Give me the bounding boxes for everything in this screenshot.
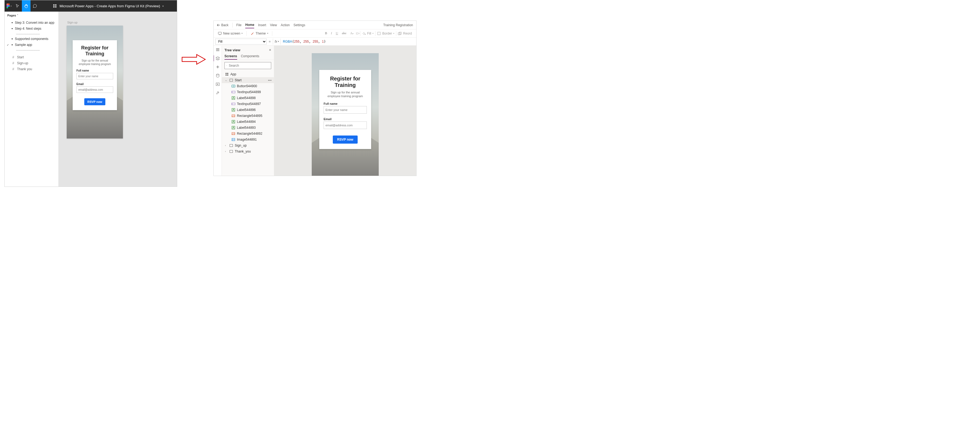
frame-thankyou[interactable]: #Thank you <box>5 66 58 72</box>
hand-tool-button[interactable] <box>22 0 30 12</box>
strike-button[interactable]: abc <box>340 31 348 36</box>
svg-point-10 <box>216 74 219 75</box>
pages-label: Pages <box>7 14 16 17</box>
app-name-label: Training Registration <box>383 23 413 27</box>
chevron-down-icon[interactable]: ▾ <box>162 5 164 8</box>
page-step3[interactable]: Step 3: Convert into an app <box>5 20 58 25</box>
new-screen-label: New screen <box>223 32 240 35</box>
left-rail <box>214 46 222 176</box>
start-screen[interactable]: Register forTraining Sign up for the ann… <box>312 53 379 176</box>
email-input[interactable] <box>76 86 113 93</box>
chevron-right-icon[interactable]: › <box>225 144 228 147</box>
chevron-right-icon[interactable]: › <box>225 150 228 153</box>
formula-expression[interactable]: RGBA(255, 255, 255, 1) <box>281 40 326 43</box>
email-input[interactable] <box>324 121 367 129</box>
svg-rect-13 <box>226 73 227 74</box>
frame-signup[interactable]: #Sign-up <box>5 60 58 66</box>
tree-node-control[interactable]: TextInput544897 <box>222 101 274 107</box>
comment-tool-button[interactable] <box>30 0 39 12</box>
tab-file[interactable]: File <box>236 22 242 28</box>
theme-icon <box>250 32 254 35</box>
tab-insert[interactable]: Insert <box>258 22 266 28</box>
back-button[interactable]: Back <box>217 23 229 27</box>
page-sample-app[interactable]: Sample app <box>5 42 58 48</box>
tab-components[interactable]: Components <box>241 53 259 60</box>
svg-rect-17 <box>230 79 233 81</box>
tree-node-control[interactable]: Label544893 <box>222 125 274 131</box>
tree-node-signup[interactable]: › Sign_up <box>222 143 274 148</box>
tree-node-control[interactable]: TextInput544899 <box>222 89 274 95</box>
tree-node-control[interactable]: Label544894 <box>222 119 274 125</box>
frame-start[interactable]: #Start <box>5 54 58 60</box>
figma-toolbar: ▾ Microsoft Power Apps - Create Apps fro… <box>5 0 177 12</box>
property-selector[interactable]: Fill <box>215 39 267 44</box>
tree-node-control[interactable]: Image544891 <box>222 137 274 143</box>
media-button[interactable] <box>215 82 220 87</box>
move-tool-button[interactable] <box>13 0 22 12</box>
app-icon <box>225 72 229 76</box>
figma-canvas[interactable]: Sign-up Register forTraining Sign up for… <box>59 12 177 186</box>
fx-button[interactable]: fx▾ <box>273 39 281 44</box>
more-button[interactable]: ••• <box>268 79 272 82</box>
layers-icon <box>216 56 220 60</box>
border-button[interactable]: Border▾ <box>376 31 395 36</box>
svg-rect-16 <box>227 75 228 76</box>
card-subtitle: Sign up for the annualemployee training … <box>76 59 113 66</box>
tab-home[interactable]: Home <box>245 22 254 29</box>
align-button[interactable]: ▾ <box>356 32 360 35</box>
tree-node-control[interactable]: ABButton544900 <box>222 83 274 89</box>
advanced-button[interactable] <box>215 91 220 95</box>
figma-file-title[interactable]: Microsoft Power Apps - Create Apps from … <box>39 3 177 8</box>
rsvp-button[interactable]: RSVP now <box>333 135 358 144</box>
card-heading: Register forTraining <box>324 75 367 88</box>
tree-node-control[interactable]: Label544898 <box>222 95 274 101</box>
chevron-down-icon[interactable]: ⌄ <box>225 79 228 81</box>
signup-frame[interactable]: Register forTraining Sign up for the ann… <box>67 25 123 138</box>
new-screen-button[interactable]: New screen ▾ <box>217 31 243 36</box>
tree-node-control[interactable]: Label544896 <box>222 107 274 113</box>
reorder-button[interactable]: Reord <box>397 31 413 36</box>
tab-action[interactable]: Action <box>281 22 290 28</box>
figma-menu-button[interactable]: ▾ <box>5 0 13 12</box>
signup-card: Register forTraining Sign up for the ann… <box>319 70 371 149</box>
close-panel-button[interactable]: × <box>269 48 271 52</box>
page-supported[interactable]: Supported components <box>5 36 58 42</box>
email-label: Email <box>324 118 367 121</box>
bold-button[interactable]: B <box>323 31 329 36</box>
tree-node-app[interactable]: App <box>222 71 274 77</box>
fill-button[interactable]: Fill▾ <box>361 31 375 36</box>
tab-view[interactable]: View <box>270 22 277 28</box>
font-color-button[interactable]: A▾ <box>348 31 355 36</box>
frame-icon: # <box>12 67 15 71</box>
powerapps-canvas[interactable]: Register forTraining Sign up for the ann… <box>274 46 416 176</box>
formula-bar: Fill = fx▾ RGBA(255, 255, 255, 1) <box>214 38 416 46</box>
format-group: B I U abc A▾ ▾ Fill▾ Border▾ <box>323 31 413 36</box>
search-input[interactable] <box>229 64 269 67</box>
italic-button[interactable]: I <box>329 31 334 36</box>
database-icon <box>216 74 220 78</box>
underline-button[interactable]: U <box>334 31 340 36</box>
command-bar: Back File Home Insert View Action Settin… <box>214 21 416 29</box>
fullname-input[interactable] <box>76 73 113 79</box>
tree-label: Image544891 <box>237 138 257 141</box>
fullname-input[interactable] <box>324 106 367 114</box>
tree-node-control[interactable]: Rectangle544892 <box>222 131 274 137</box>
tree-search[interactable] <box>224 62 271 69</box>
hamburger-button[interactable] <box>215 47 220 52</box>
data-button[interactable] <box>215 73 220 78</box>
screen-icon <box>218 32 222 35</box>
tab-settings[interactable]: Settings <box>294 22 305 28</box>
pages-header[interactable]: Pages ˄ <box>5 13 58 18</box>
insert-button[interactable] <box>215 65 220 69</box>
tree-node-control[interactable]: Rectangle544895 <box>222 113 274 119</box>
tree-view-button[interactable] <box>215 56 220 61</box>
screen-icon <box>229 149 233 153</box>
page-step4[interactable]: Step 4: Next steps <box>5 25 58 32</box>
tree-node-thankyou[interactable]: › Thank_you <box>222 148 274 154</box>
tab-screens[interactable]: Screens <box>224 53 237 60</box>
tree-node-start[interactable]: ⌄ Start ••• <box>222 77 274 83</box>
svg-rect-14 <box>227 73 228 74</box>
screen-icon <box>229 78 233 82</box>
rsvp-button[interactable]: RSVP now <box>84 98 105 105</box>
theme-button[interactable]: Theme ▾ <box>249 31 269 36</box>
